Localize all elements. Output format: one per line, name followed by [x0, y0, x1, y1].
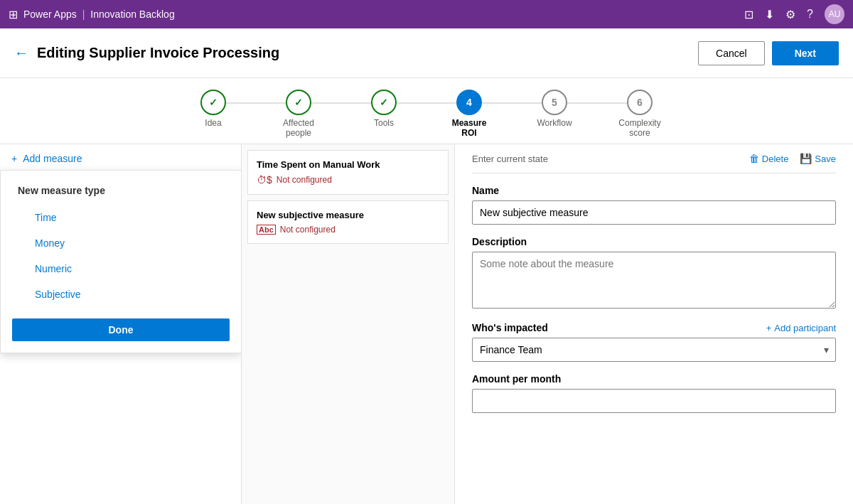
right-panel-header: Enter current state 🗑 Delete 💾 Save	[472, 144, 836, 173]
step-circle-tools: ✓	[371, 90, 397, 115]
save-label: Save	[815, 154, 836, 164]
add-participant-button[interactable]: + Add participant	[766, 323, 836, 333]
download-icon[interactable]: ⬇	[765, 8, 774, 21]
step-measure-roi[interactable]: 4 MeasureROI	[426, 90, 512, 138]
delete-button[interactable]: 🗑 Delete	[749, 153, 789, 164]
app-name: Power Apps	[23, 9, 77, 20]
description-field-group: Description	[472, 236, 836, 311]
step-label-idea: Idea	[205, 118, 221, 128]
left-panel: + Add measure Sug Tim Mo Num Sub New mea…	[0, 144, 242, 504]
measure-type-dropdown: New measure type Time Money Numeric Subj…	[0, 170, 242, 353]
step-complexity-score[interactable]: 6 Complexityscore	[597, 90, 682, 138]
back-button[interactable]: ←	[14, 45, 28, 61]
step-workflow[interactable]: 5 Workflow	[512, 90, 597, 138]
name-input[interactable]	[472, 200, 836, 225]
header-actions: Cancel Next	[698, 41, 839, 65]
abc-icon: Abc	[257, 225, 276, 235]
grid-icon[interactable]: ⊞	[9, 8, 18, 21]
add-participant-icon: +	[766, 323, 772, 333]
name-label: Name	[472, 185, 836, 196]
measure-type-money[interactable]: Money	[1, 230, 241, 256]
add-measure-button[interactable]: + Add measure	[0, 144, 241, 173]
step-affected-people[interactable]: ✓ Affectedpeople	[256, 90, 341, 138]
avatar[interactable]: AU	[825, 4, 844, 24]
participant-select[interactable]: Finance Team	[472, 338, 836, 362]
topbar-right: ⊡ ⬇ ⚙ ? AU	[744, 4, 844, 24]
description-label: Description	[472, 236, 836, 247]
steps-bar: ✓ Idea ✓ Affectedpeople ✓ Tools 4 Measur…	[0, 78, 853, 144]
dropdown-done-button[interactable]: Done	[12, 318, 230, 341]
step-label-tools: Tools	[374, 118, 394, 128]
time-money-icon: ⏱$	[257, 174, 272, 186]
step-label-workflow: Workflow	[537, 118, 572, 128]
project-name: Innovation Backlog	[90, 9, 174, 20]
who-impacted-field-group: Who's impacted + Add participant Finance…	[472, 322, 836, 362]
screen-icon[interactable]: ⊡	[744, 8, 753, 21]
card-title-subjective: New subjective measure	[257, 210, 439, 220]
save-button[interactable]: 💾 Save	[800, 153, 836, 164]
right-panel: Enter current state 🗑 Delete 💾 Save Name…	[455, 144, 853, 504]
topbar-divider: |	[82, 9, 85, 20]
step-circle-workflow: 5	[542, 90, 567, 115]
add-participant-label: Add participant	[774, 323, 836, 333]
settings-icon[interactable]: ⚙	[785, 8, 795, 21]
card-status-subjective: Abc Not configured	[257, 225, 439, 235]
save-icon: 💾	[800, 153, 812, 164]
step-circle-affected-people: ✓	[286, 90, 311, 115]
enter-current-state: Enter current state	[472, 154, 749, 164]
measure-type-numeric[interactable]: Numeric	[1, 256, 241, 282]
step-label-measure-roi: MeasureROI	[452, 118, 487, 138]
card-title-time-spent: Time Spent on Manual Work	[257, 159, 439, 170]
description-textarea[interactable]	[472, 252, 836, 309]
who-impacted-label: Who's impacted	[472, 322, 766, 333]
delete-icon: 🗑	[749, 153, 759, 164]
step-circle-measure-roi: 4	[456, 90, 482, 115]
step-idea[interactable]: ✓ Idea	[171, 90, 256, 138]
measure-type-subjective[interactable]: Subjective	[1, 282, 241, 307]
measure-type-time[interactable]: Time	[1, 205, 241, 230]
amount-label: Amount per month	[472, 373, 836, 385]
step-label-affected-people: Affectedpeople	[283, 118, 314, 138]
center-panel: Time Spent on Manual Work ⏱$ Not configu…	[242, 144, 455, 504]
dropdown-header: New measure type	[1, 179, 241, 205]
header: ← Editing Supplier Invoice Processing Ca…	[0, 28, 853, 78]
step-label-complexity-score: Complexityscore	[618, 118, 660, 138]
help-icon[interactable]: ?	[807, 8, 813, 21]
amount-field-group: Amount per month	[472, 373, 836, 413]
step-circle-complexity-score: 6	[627, 90, 653, 115]
step-tools[interactable]: ✓ Tools	[341, 90, 426, 138]
card-status-time-spent: ⏱$ Not configured	[257, 174, 439, 186]
who-impacted-row: Who's impacted + Add participant	[472, 322, 836, 333]
action-buttons: 🗑 Delete 💾 Save	[749, 153, 836, 164]
name-field-group: Name	[472, 185, 836, 225]
cancel-button[interactable]: Cancel	[698, 41, 765, 65]
delete-label: Delete	[762, 154, 789, 164]
topbar: ⊞ Power Apps | Innovation Backlog ⊡ ⬇ ⚙ …	[0, 0, 853, 28]
step-circle-idea: ✓	[200, 90, 226, 115]
participant-select-wrapper: Finance Team ▾	[472, 338, 836, 362]
amount-input[interactable]	[472, 389, 836, 413]
page-title: Editing Supplier Invoice Processing	[37, 45, 698, 61]
next-button[interactable]: Next	[772, 41, 839, 65]
main-content: + Add measure Sug Tim Mo Num Sub New mea…	[0, 144, 853, 504]
measure-card-time-spent[interactable]: Time Spent on Manual Work ⏱$ Not configu…	[247, 150, 449, 195]
measure-card-subjective[interactable]: New subjective measure Abc Not configure…	[247, 200, 449, 244]
plus-icon: +	[11, 153, 17, 164]
add-measure-label: Add measure	[23, 153, 82, 164]
